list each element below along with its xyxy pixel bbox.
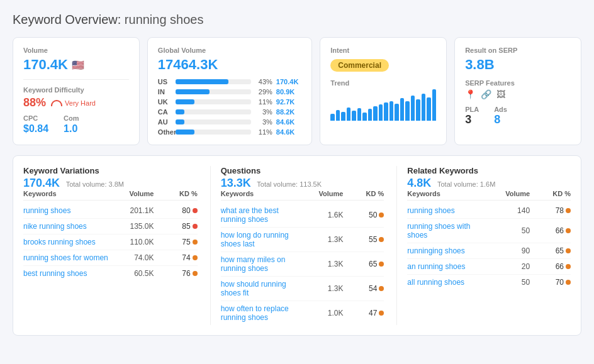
kd-cell: 76 <box>154 269 198 278</box>
trend-bar <box>427 97 431 121</box>
page-title: Keyword Overview: running shoes <box>13 13 581 27</box>
country-bar-row: US 43% 170.4K <box>158 78 301 85</box>
intent-card: Intent Commercial Trend <box>320 37 447 145</box>
trend-bar <box>352 111 356 121</box>
bar-num: 170.4K <box>276 78 300 85</box>
kd-cell: 55 <box>343 235 384 244</box>
trend-bar <box>379 104 383 121</box>
keyword-link[interactable]: how many miles on running shoes <box>221 255 303 273</box>
table-row: how should running shoes fit 1.3K 54 <box>221 277 384 301</box>
kd-cell: 54 <box>343 284 384 293</box>
keyword-link[interactable]: running shoes <box>407 206 489 215</box>
kd-cell: 85 <box>154 222 198 231</box>
image-icon: 🖼 <box>496 89 505 99</box>
trend-bar <box>347 108 351 121</box>
kd-cell: 65 <box>343 260 384 268</box>
volume-cell: 201.1K <box>110 206 154 215</box>
keyword-link[interactable]: how should running shoes fit <box>221 280 303 297</box>
difficulty-arc-icon <box>51 100 62 106</box>
questions-section: Questions 13.3K Total volume: 113.5K Key… <box>210 166 384 325</box>
volume-cell: 135.0K <box>110 222 154 231</box>
bar-num: 80.9K <box>276 88 300 96</box>
kd-cell: 74 <box>154 253 198 262</box>
kd-cell: 78 <box>530 206 571 215</box>
table-row: how often to replace running shoes 1.0K … <box>221 301 384 325</box>
bar-country-label: US <box>158 78 172 85</box>
keyword-link[interactable]: brooks running shoes <box>23 238 110 246</box>
trend-bar <box>395 104 399 121</box>
country-bar-row: AU 3% 84.6K <box>158 118 301 126</box>
kd-badge: Very Hard <box>51 99 96 107</box>
table-row: running shoes with shoes 50 66 <box>407 219 571 243</box>
table-row: how long do running shoes last 1.3K 55 <box>221 228 384 252</box>
kv-total: Total volume: 3.8M <box>66 180 124 188</box>
bar-fill <box>176 79 228 84</box>
keyword-link[interactable]: how often to replace running shoes <box>221 304 303 322</box>
keyword-link[interactable]: running shoes for women <box>23 253 110 262</box>
kd-dot-icon <box>566 228 571 233</box>
keyword-variations: Keyword Variations 170.4K Total volume: … <box>23 166 198 325</box>
global-volume-label: Global Volume <box>158 47 301 54</box>
bar-pct: 29% <box>255 88 272 96</box>
volume-cell: 1.3K <box>303 235 344 244</box>
global-volume-card: Global Volume 17464.3K US 43% 170.4K IN … <box>147 37 312 145</box>
bar-pct: 11% <box>255 98 272 106</box>
trend-bar <box>357 108 362 121</box>
volume-cell: 140 <box>489 206 530 215</box>
table-row: nike running shoes 135.0K 85 <box>23 219 198 234</box>
keyword-link[interactable]: what are the best running shoes <box>221 206 303 224</box>
keyword-link[interactable]: runninging shoes <box>407 246 489 255</box>
bar-fill <box>176 130 194 135</box>
kd-dot-icon <box>379 311 384 316</box>
country-bar-row: UK 11% 92.7K <box>158 98 301 106</box>
q-table-header: Keywords Volume KD % <box>221 190 384 201</box>
volume-card: Volume 170.4K 🇺🇸 Keyword Difficulty 88% … <box>13 37 140 145</box>
table-row: best running shoes 60.5K 76 <box>23 266 198 281</box>
cpc-value: $0.84 <box>23 123 48 135</box>
keyword-link[interactable]: running shoes <box>23 206 110 215</box>
volume-cell: 20 <box>489 262 530 271</box>
keyword-link[interactable]: all running shoes <box>407 278 489 287</box>
kd-cell: 47 <box>343 309 384 317</box>
global-volume-value: 17464.3K <box>158 57 301 73</box>
kd-dot-icon <box>566 208 571 213</box>
bar-pct: 3% <box>255 118 272 126</box>
table-row: running shoes 201.1K 80 <box>23 203 198 219</box>
trend-bar <box>341 112 345 121</box>
volume-cell: 50 <box>489 278 530 287</box>
volume-cell: 50 <box>489 226 530 235</box>
table-row: runninging shoes 90 65 <box>407 243 571 259</box>
pla-value: 3 <box>465 113 479 126</box>
bar-track <box>176 109 251 114</box>
bar-num: 92.7K <box>276 98 300 106</box>
trend-bar <box>389 101 394 121</box>
keyword-link[interactable]: how long do running shoes last <box>221 231 303 248</box>
trend-bar <box>422 94 426 121</box>
table-row: running shoes 140 78 <box>407 203 571 219</box>
bar-num: 84.6K <box>276 128 300 136</box>
keyword-link[interactable]: nike running shoes <box>23 222 110 231</box>
keyword-link[interactable]: running shoes with shoes <box>407 222 489 240</box>
volume-cell: 1.6K <box>303 211 344 219</box>
kd-cell: 70 <box>530 278 571 287</box>
serp-label: Result on SERP <box>465 47 571 54</box>
keyword-link[interactable]: an running shoes <box>407 262 489 271</box>
bar-fill <box>176 89 210 94</box>
kd-dot-icon <box>566 264 571 269</box>
serp-features-label: SERP Features <box>465 79 571 87</box>
country-bar-row: IN 29% 80.9K <box>158 88 301 96</box>
serp-feature-icons: 📍 🔗 🖼 <box>465 89 571 99</box>
volume-cell: 60.5K <box>110 269 154 278</box>
kv-count: 170.4K <box>23 177 60 189</box>
trend-bar <box>373 106 378 121</box>
bar-pct: 11% <box>255 128 272 136</box>
trend-chart <box>330 89 436 121</box>
trend-label: Trend <box>330 79 436 87</box>
bar-track <box>176 79 251 84</box>
ads-value: 8 <box>494 113 507 126</box>
country-bars: US 43% 170.4K IN 29% 80.9K UK 11% 92.7K … <box>158 78 301 136</box>
volume-cell: 74.0K <box>110 253 154 262</box>
q-count: 13.3K <box>221 177 251 189</box>
kd-dot-icon <box>193 240 198 245</box>
keyword-link[interactable]: best running shoes <box>23 269 110 278</box>
